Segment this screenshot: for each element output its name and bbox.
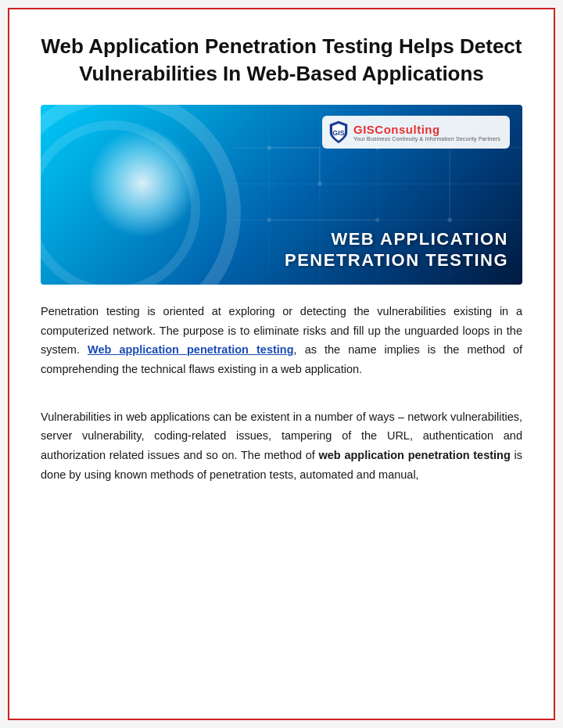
gis-tagline: Your Business Continuity & Information S… [353, 136, 500, 142]
page-container: Web Application Penetration Testing Help… [8, 8, 555, 720]
shield-icon: GIS [328, 120, 349, 144]
paragraph-2-bold: web application penetration testing [319, 449, 511, 461]
gis-name-part2: Consulting [375, 123, 439, 136]
hero-glow [88, 128, 197, 238]
svg-text:GIS: GIS [332, 129, 345, 137]
spacer [41, 395, 522, 407]
paragraph-1: Penetration testing is oriented at explo… [41, 302, 522, 379]
title-section: Web Application Penetration Testing Help… [41, 33, 522, 88]
hero-line2: PENETRATION TESTING [285, 250, 508, 271]
paragraph-2: Vulnerabilities in web applications can … [41, 407, 522, 485]
web-app-pen-testing-link[interactable]: Web application penetration testing [88, 343, 294, 356]
gis-logo: GIS GISConsulting Your Business Continui… [322, 116, 510, 149]
gis-name: GISConsulting [353, 123, 500, 136]
gis-name-part1: GIS [353, 123, 375, 136]
hero-text-overlay: WEB APPLICATION PENETRATION TESTING [285, 229, 508, 271]
page-title: Web Application Penetration Testing Help… [41, 33, 522, 88]
hero-line1: WEB APPLICATION [285, 229, 508, 249]
gis-text-block: GISConsulting Your Business Continuity &… [353, 123, 500, 142]
hero-image: GIS GISConsulting Your Business Continui… [41, 105, 522, 285]
